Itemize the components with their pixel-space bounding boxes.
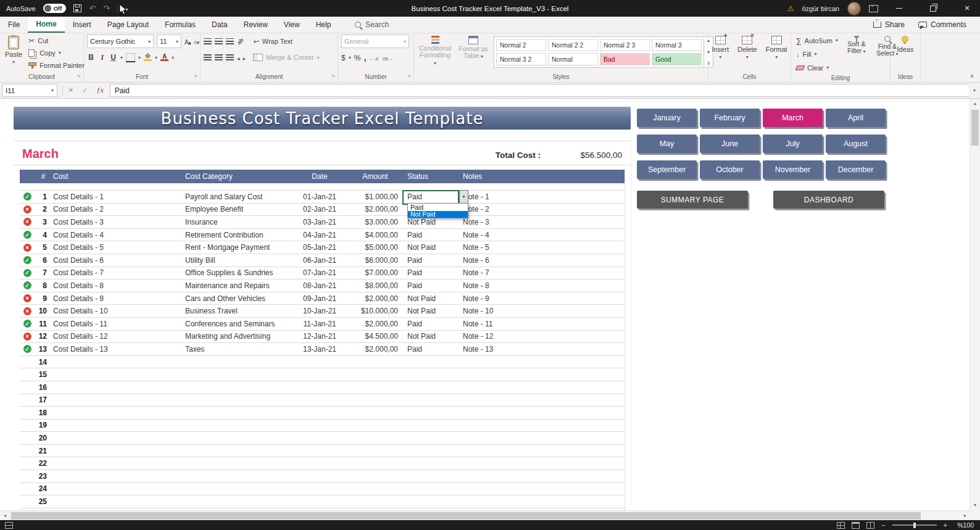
status-cell[interactable]: Paid <box>402 281 459 290</box>
status-cell[interactable]: Paid <box>402 268 459 277</box>
cell-style[interactable]: Good <box>652 53 702 65</box>
cost-cell[interactable]: Cost Details - 6 <box>52 256 185 265</box>
row-number-cell[interactable]: 5 <box>35 243 52 252</box>
cell-style[interactable]: Normal <box>548 53 598 65</box>
horizontal-scrollbar-thumb[interactable] <box>11 512 921 520</box>
amount-cell[interactable]: $2.000,00 <box>348 294 402 303</box>
month-button[interactable]: October <box>700 160 760 179</box>
close-button[interactable] <box>954 0 980 17</box>
month-button[interactable]: December <box>826 160 886 179</box>
format-as-table-button[interactable]: Format as Table <box>455 35 491 61</box>
category-cell[interactable]: Cars and Other Vehicles <box>185 294 291 303</box>
ribbon-tab[interactable]: View <box>276 17 308 33</box>
notes-cell[interactable]: Note - 1 <box>459 193 625 201</box>
horizontal-scrollbar[interactable]: ◄ ► <box>0 510 970 521</box>
cell-style[interactable]: Normal 2 2 <box>548 39 598 51</box>
amount-cell[interactable]: $6.000,00 <box>348 256 402 265</box>
notes-cell[interactable]: Note - 13 <box>459 345 625 354</box>
row-number-cell[interactable]: 10 <box>35 307 52 315</box>
row-number-cell[interactable]: 20 <box>35 434 52 442</box>
row-number-cell[interactable]: 1 <box>35 193 52 201</box>
decrease-decimal-icon[interactable] <box>381 52 393 63</box>
cost-cell[interactable]: Cost Details - 10 <box>52 307 185 315</box>
amount-cell[interactable]: $3.000,00 <box>348 218 402 226</box>
autosave-toggle[interactable]: Off <box>43 4 67 13</box>
vertical-scrollbar-thumb[interactable] <box>971 110 979 146</box>
category-cell[interactable]: Marketing and Advertising <box>185 332 291 341</box>
category-cell[interactable]: Payroll and Salary Cost <box>185 193 291 201</box>
notes-cell[interactable]: Note - 4 <box>459 231 625 239</box>
chevron-down-icon[interactable]: ▾ <box>138 55 141 60</box>
amount-cell[interactable]: $2.000,00 <box>348 320 402 328</box>
category-cell[interactable]: Office Supplies & Sundries <box>185 268 291 277</box>
notes-cell[interactable]: Note - 2 <box>459 205 625 213</box>
status-cell[interactable]: Paid <box>402 320 459 328</box>
borders-icon[interactable] <box>126 53 135 62</box>
decrease-indent-icon[interactable] <box>237 52 240 63</box>
accounting-format-icon[interactable] <box>341 52 346 63</box>
amount-cell[interactable]: $2.000,00 <box>348 205 402 213</box>
dropdown-option[interactable]: Paid <box>408 204 468 211</box>
status-cell[interactable]: Paid <box>402 345 459 354</box>
amount-cell[interactable]: $8.000,00 <box>348 281 402 290</box>
zoom-slider-thumb[interactable] <box>913 523 916 528</box>
ribbon-tab[interactable]: Review <box>235 17 275 33</box>
month-button[interactable]: February <box>700 109 760 127</box>
redo-icon[interactable] <box>103 4 110 13</box>
scroll-up-icon[interactable]: ▲ <box>970 99 980 109</box>
month-button[interactable]: July <box>763 135 823 153</box>
notes-cell[interactable]: Note - 9 <box>459 294 625 303</box>
date-cell[interactable]: 04-Jan-21 <box>291 231 348 239</box>
increase-indent-icon[interactable] <box>243 52 246 63</box>
cost-cell[interactable]: Cost Details - 13 <box>52 345 185 354</box>
category-cell[interactable]: Maintenance and Repairs <box>185 281 291 290</box>
formula-input[interactable]: Paid <box>110 84 969 97</box>
cell-style[interactable]: Normal 2 <box>496 39 546 51</box>
dropdown-option[interactable]: Not Paid <box>408 211 468 218</box>
notes-cell[interactable]: Note - 7 <box>459 268 625 277</box>
notes-cell[interactable]: Note - 8 <box>459 281 625 290</box>
row-number-cell[interactable]: 9 <box>35 294 52 303</box>
font-size-select[interactable]: 11▾ <box>157 35 181 48</box>
row-number-cell[interactable]: 18 <box>35 408 52 417</box>
date-cell[interactable]: 08-Jan-21 <box>291 281 348 290</box>
macro-record-icon[interactable] <box>5 522 13 529</box>
status-cell[interactable]: Not Paid <box>402 332 459 341</box>
date-cell[interactable]: 02-Jan-21 <box>291 205 348 213</box>
category-cell[interactable]: Employee Benefit <box>185 205 291 213</box>
clipboard-dialog-launcher-icon[interactable] <box>76 74 82 80</box>
font-name-select[interactable]: Century Gothic▾ <box>87 35 154 48</box>
month-button[interactable]: April <box>826 109 886 127</box>
month-button[interactable]: January <box>637 109 697 127</box>
row-number-cell[interactable]: 12 <box>35 332 52 341</box>
align-center-icon[interactable] <box>215 54 223 60</box>
status-dropdown-button[interactable] <box>459 190 468 204</box>
summary-page-button[interactable]: SUMMARY PAGE <box>637 191 748 209</box>
notes-cell[interactable]: Note - 11 <box>459 320 625 328</box>
row-number-cell[interactable]: 19 <box>35 421 52 429</box>
category-cell[interactable]: Utility Bill <box>185 256 291 265</box>
spacer-row[interactable] <box>20 183 625 191</box>
month-button[interactable]: November <box>763 160 823 179</box>
cell-style[interactable]: Normal 3 <box>652 39 702 51</box>
ribbon-tab[interactable]: Formulas <box>157 17 204 33</box>
account-name[interactable]: özgür bircan <box>802 5 839 12</box>
ribbon-display-options-icon[interactable] <box>869 5 878 12</box>
cancel-formula-icon[interactable] <box>68 86 73 94</box>
cost-cell[interactable]: Cost Details - 4 <box>52 231 185 239</box>
enter-formula-icon[interactable] <box>82 86 88 94</box>
date-cell[interactable]: 10-Jan-21 <box>291 307 348 315</box>
format-cells-button[interactable]: Format▾ <box>764 35 789 61</box>
copy-button[interactable]: Copy▾ <box>27 47 86 59</box>
row-number-cell[interactable]: 6 <box>35 256 52 265</box>
ribbon-tab[interactable]: Data <box>204 17 235 33</box>
align-middle-icon[interactable] <box>215 38 223 44</box>
avatar[interactable] <box>847 2 861 15</box>
warning-icon[interactable] <box>787 4 794 13</box>
search-box[interactable]: Search <box>355 17 389 33</box>
cost-cell[interactable]: Cost Details - 3 <box>52 218 185 226</box>
cell-style[interactable]: Bad <box>600 53 650 65</box>
ideas-button[interactable]: Ideas <box>895 35 916 54</box>
cut-button[interactable]: Cut <box>27 35 86 46</box>
dashboard-button[interactable]: DASHBOARD <box>773 191 884 209</box>
